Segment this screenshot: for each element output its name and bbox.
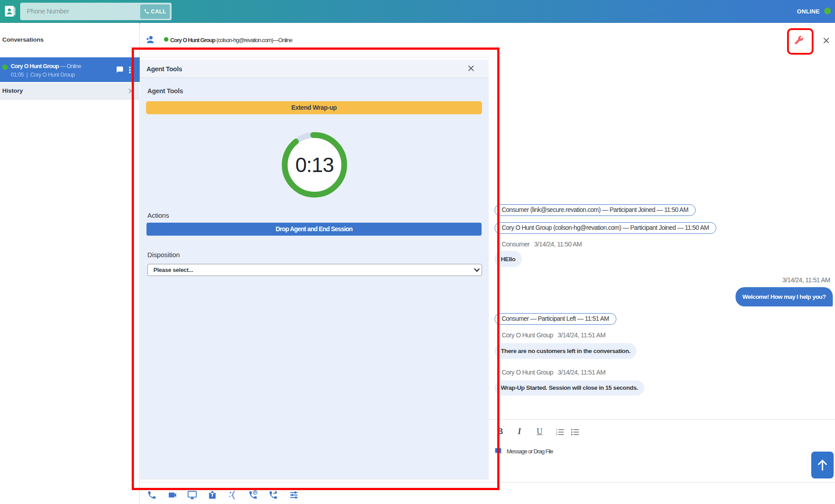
svg-text:P: P xyxy=(254,491,256,494)
svg-text:3: 3 xyxy=(556,433,557,435)
